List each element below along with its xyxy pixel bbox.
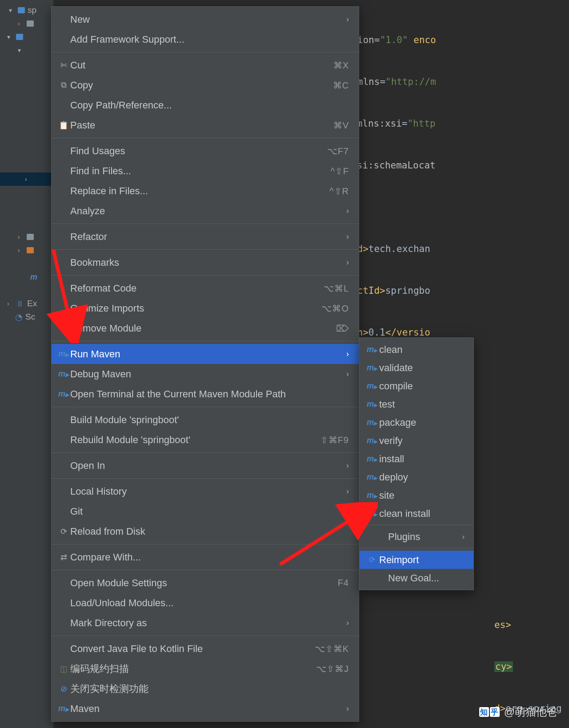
submenu-item[interactable]: ⟳Reimport <box>360 551 473 569</box>
chevron-right-icon: › <box>346 704 349 713</box>
submenu-item[interactable]: m▶clean install <box>360 504 473 523</box>
submenu-item[interactable]: m▶deploy <box>360 468 473 486</box>
menu-label: Open Terminal at the Current Maven Modul… <box>69 388 349 400</box>
menu-icon: m▶ <box>58 389 69 399</box>
chevron-right-icon: › <box>346 461 349 470</box>
menu-item[interactable]: Refactor› <box>52 227 359 247</box>
tree-row[interactable]: › <box>0 17 53 30</box>
menu-shortcut: ⌥⌘O <box>321 303 349 314</box>
submenu-item[interactable]: m▶install <box>360 450 473 468</box>
menu-item[interactable]: ⟳Reload from Disk <box>52 521 359 541</box>
tree-row[interactable] <box>0 284 53 297</box>
menu-item[interactable]: m▶Open Terminal at the Current Maven Mod… <box>52 384 359 404</box>
tree-row[interactable]: ›⫼Ex <box>0 297 53 310</box>
menu-item[interactable]: Optimize Imports⌥⌘O <box>52 298 359 318</box>
menu-item[interactable]: ✄Cut⌘X <box>52 55 359 75</box>
menu-label: Build Module 'springboot' <box>69 414 349 426</box>
menu-shortcut: ⌥⇧⌘J <box>316 664 349 674</box>
menu-shortcut: ⌘X <box>333 60 349 71</box>
menu-label: Open In <box>69 460 342 472</box>
menu-item[interactable]: Bookmarks› <box>52 252 359 272</box>
menu-item[interactable]: 📋Paste⌘V <box>52 115 359 135</box>
project-tree: ▾sp › ▾ ▾ › › › m ›⫼Ex ◔Sc <box>0 0 53 728</box>
menu-item[interactable]: Remove Module⌦ <box>52 318 359 338</box>
submenu-label: install <box>378 453 465 465</box>
submenu-icon: m▶ <box>366 345 378 354</box>
menu-item[interactable]: Analyze› <box>52 201 359 221</box>
submenu-item[interactable]: m▶test <box>360 395 473 413</box>
submenu-label: Plugins <box>387 531 462 543</box>
tree-row[interactable]: m <box>0 270 53 284</box>
menu-item[interactable]: m▶Maven› <box>52 699 359 719</box>
tree-row[interactable]: ◔Sc <box>0 310 53 324</box>
menu-item[interactable]: Git› <box>52 501 359 521</box>
menu-label: Add Framework Support... <box>69 34 349 45</box>
submenu-label: clean install <box>378 508 465 520</box>
tree-label: Sc <box>25 312 35 322</box>
submenu-item[interactable]: m▶verify <box>360 432 473 450</box>
menu-item[interactable]: ◫编码规约扫描⌥⇧⌘J <box>52 659 359 679</box>
submenu-item[interactable]: m▶clean <box>360 340 473 359</box>
menu-label: Reformat Code <box>69 283 324 294</box>
menu-item[interactable]: m▶Run Maven› <box>52 344 359 364</box>
menu-item[interactable]: Copy Path/Reference... <box>52 95 359 115</box>
menu-item[interactable]: Load/Unload Modules... <box>52 593 359 613</box>
submenu-label: compile <box>378 380 465 392</box>
menu-label: New <box>69 14 342 25</box>
tree-row[interactable]: ▾sp <box>0 4 53 17</box>
menu-item[interactable]: Convert Java File to Kotlin File⌥⇧⌘K <box>52 639 359 659</box>
menu-item[interactable]: Mark Directory as› <box>52 613 359 633</box>
chevron-right-icon: › <box>346 507 349 516</box>
chevron-right-icon: › <box>346 15 349 24</box>
menu-item[interactable]: m▶Debug Maven› <box>52 364 359 384</box>
submenu-icon: m▶ <box>366 400 378 409</box>
menu-item[interactable]: ⊘关闭实时检测功能 <box>52 679 359 699</box>
menu-label: Find Usages <box>69 145 327 157</box>
menu-item[interactable]: Rebuild Module 'springboot'⇧⌘F9 <box>52 430 359 450</box>
submenu-run-maven: m▶cleanm▶validatem▶compilem▶testm▶packag… <box>359 337 474 590</box>
menu-label: Analyze <box>69 205 342 217</box>
menu-item[interactable]: Open In› <box>52 456 359 476</box>
menu-item[interactable]: ⧉Copy⌘C <box>52 75 359 95</box>
tree-row[interactable]: › <box>0 244 53 257</box>
submenu-item[interactable]: m▶compile <box>360 377 473 395</box>
submenu-icon: ⟳ <box>366 555 378 564</box>
menu-item[interactable]: Find in Files...^⇧F <box>52 161 359 181</box>
submenu-label: verify <box>378 435 465 447</box>
menu-item[interactable]: Replace in Files...^⇧R <box>52 181 359 201</box>
menu-item[interactable]: Reformat Code⌥⌘L <box>52 278 359 298</box>
tree-row[interactable]: › <box>0 230 53 244</box>
submenu-label: clean <box>378 344 465 356</box>
submenu-label: Reimport <box>378 554 465 566</box>
submenu-label: package <box>378 417 465 428</box>
submenu-item[interactable]: m▶package <box>360 413 473 432</box>
menu-item[interactable]: Local History› <box>52 481 359 501</box>
menu-shortcut: ⌥⇧⌘K <box>315 644 349 654</box>
tree-row[interactable]: ▾ <box>0 44 53 57</box>
menu-icon: m▶ <box>58 369 69 379</box>
menu-label: Convert Java File to Kotlin File <box>69 643 315 655</box>
menu-item[interactable]: ⇄Compare With... <box>52 547 359 567</box>
submenu-label: New Goal... <box>387 572 465 584</box>
tree-row-selected[interactable]: › <box>0 172 53 186</box>
menu-item[interactable]: Build Module 'springboot' <box>52 410 359 430</box>
menu-label: Remove Module <box>69 323 336 334</box>
menu-label: Refactor <box>69 231 342 243</box>
menu-item[interactable]: Add Framework Support... <box>52 29 359 49</box>
menu-label: Replace in Files... <box>69 185 329 197</box>
menu-label: Mark Directory as <box>69 617 342 629</box>
chevron-right-icon: › <box>462 533 465 541</box>
menu-label: Copy <box>69 80 333 91</box>
submenu-icon: m▶ <box>366 454 378 464</box>
tree-row[interactable]: ▾ <box>0 30 53 44</box>
tree-row[interactable] <box>0 257 53 270</box>
submenu-item[interactable]: m▶site <box>360 486 473 504</box>
menu-item[interactable]: Find Usages⌥F7 <box>52 141 359 161</box>
menu-label: Debug Maven <box>69 368 342 380</box>
menu-item[interactable]: New› <box>52 9 359 29</box>
submenu-icon: m▶ <box>366 509 378 518</box>
submenu-item[interactable]: m▶validate <box>360 359 473 377</box>
submenu-item[interactable]: New Goal... <box>360 569 473 587</box>
menu-item[interactable]: Open Module SettingsF4 <box>52 573 359 593</box>
submenu-item[interactable]: Plugins› <box>360 528 473 546</box>
